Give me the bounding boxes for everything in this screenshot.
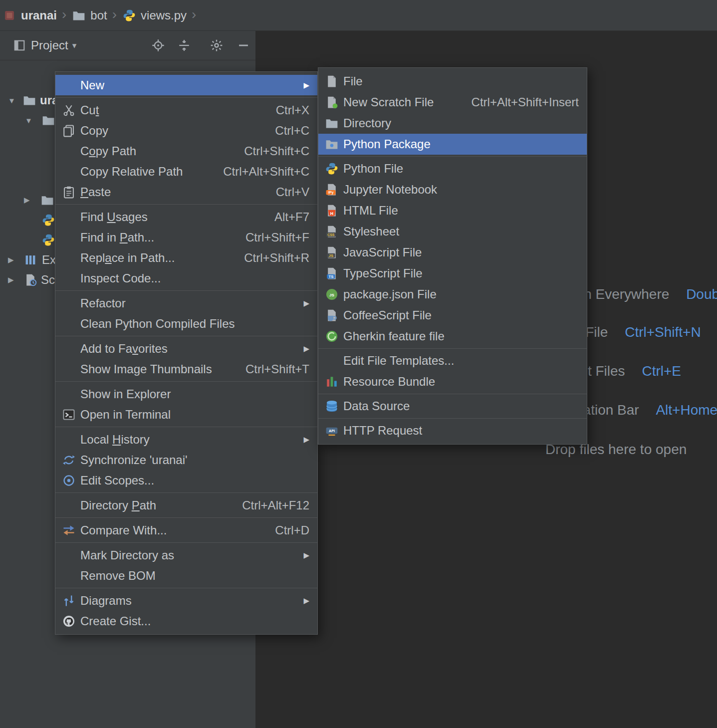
no-icon	[60, 387, 77, 401]
paste-icon	[60, 185, 77, 199]
coffeescript-icon	[323, 308, 340, 322]
file-icon	[323, 74, 340, 88]
submenu-item-edit-file-templates[interactable]: Edit File Templates...	[318, 350, 587, 371]
menu-item-shortcut: Alt+F7	[274, 210, 309, 224]
menu-item-label: Mark Directory as	[80, 548, 296, 562]
submenu-item-python-file[interactable]: Python File	[318, 158, 587, 179]
submenu-arrow-icon: ▶	[300, 551, 309, 560]
folder-icon	[71, 8, 86, 23]
menu-item-replace-in-path[interactable]: Replace in Path...Ctrl+Shift+R	[55, 247, 317, 268]
menu-item-cut[interactable]: CutCtrl+X	[55, 100, 317, 120]
menu-item-remove-bom[interactable]: Remove BOM	[55, 565, 317, 586]
submenu-item-jupyter-notebook[interactable]: IPyJupyter Notebook	[318, 179, 587, 200]
menu-item-refactor[interactable]: Refactor▶	[55, 293, 317, 313]
menu-item-label: New	[80, 78, 296, 92]
submenu-item-new-scratch-file[interactable]: New Scratch FileCtrl+Alt+Shift+Insert	[318, 92, 587, 113]
settings-button[interactable]	[210, 38, 224, 52]
resource-bundle-icon	[323, 375, 340, 389]
menu-item-open-in-terminal[interactable]: Open in Terminal	[55, 404, 317, 425]
menu-item-label: Create Gist...	[80, 614, 309, 628]
menu-item-label: Edit Scopes...	[80, 474, 309, 487]
context-menu: New▶CutCtrl+XCopyCtrl+CCopy PathCtrl+Shi…	[55, 71, 318, 635]
submenu-item-stylesheet[interactable]: CSSStylesheet	[318, 221, 587, 242]
chevron-down-icon[interactable]: ▾	[72, 40, 77, 51]
submenu-item-python-package[interactable]: Python Package	[318, 134, 587, 155]
menu-item-label: Copy	[80, 124, 263, 138]
menu-item-add-to-favorites[interactable]: Add to Favorites▶	[55, 338, 317, 359]
no-icon	[60, 342, 77, 356]
chevron-right-icon[interactable]: ▶	[8, 275, 14, 284]
menu-item-label: Edit File Templates...	[343, 354, 579, 368]
locate-button[interactable]	[151, 38, 165, 52]
menu-item-label: Find Usages	[80, 210, 262, 224]
chevron-right-icon[interactable]: ▶	[24, 196, 30, 205]
menu-item-directory-path[interactable]: Directory PathCtrl+Alt+F12	[55, 495, 317, 515]
menu-separator	[55, 381, 317, 382]
menu-item-new[interactable]: New▶	[55, 75, 317, 95]
chevron-down-icon[interactable]: ▼	[25, 116, 32, 125]
submenu-item-html-file[interactable]: HHTML File	[318, 200, 587, 221]
menu-separator	[318, 394, 587, 394]
menu-item-show-in-explorer[interactable]: Show in Explorer	[55, 384, 317, 404]
menu-item-compare-with[interactable]: Compare With...Ctrl+D	[55, 520, 317, 540]
project-panel-title[interactable]: Project	[31, 38, 68, 52]
menu-item-copy-relative-path[interactable]: Copy Relative PathCtrl+Alt+Shift+C	[55, 161, 317, 182]
menu-separator	[55, 204, 317, 205]
menu-item-label: Open in Terminal	[80, 408, 309, 422]
submenu-arrow-icon: ▶	[300, 435, 309, 444]
menu-item-edit-scopes[interactable]: Edit Scopes...	[55, 470, 317, 490]
submenu-item-data-source[interactable]: Data Source	[318, 396, 587, 417]
hide-panel-button[interactable]	[237, 38, 250, 52]
menu-item-label: Gherkin feature file	[343, 329, 579, 343]
submenu-item-typescript-file[interactable]: TSTypeScript File	[318, 263, 587, 284]
menu-item-create-gist[interactable]: Create Gist...	[55, 611, 317, 631]
ts-icon: TS	[323, 266, 340, 280]
copy-icon	[60, 124, 77, 138]
menu-item-label: Python File	[343, 162, 579, 176]
no-icon	[60, 548, 77, 562]
submenu-item-directory[interactable]: Directory	[318, 113, 587, 134]
menu-item-shortcut: Ctrl+Shift+T	[245, 362, 309, 376]
no-icon	[60, 362, 77, 376]
menu-item-find-usages[interactable]: Find UsagesAlt+F7	[55, 207, 317, 227]
menu-separator	[55, 427, 317, 427]
submenu-item-coffeescript-file[interactable]: CoffeeScript File	[318, 305, 587, 326]
submenu-item-package-json-file[interactable]: JSpackage.json File	[318, 284, 587, 305]
scissors-icon	[60, 103, 77, 117]
chevron-right-icon[interactable]: ▶	[8, 255, 14, 264]
collapse-all-button[interactable]	[177, 38, 191, 52]
breadcrumb-item-uranai[interactable]: uranai	[21, 8, 57, 22]
breadcrumb-item-views-py[interactable]: views.py	[141, 8, 187, 22]
menu-item-copy[interactable]: CopyCtrl+C	[55, 120, 317, 141]
submenu-item-resource-bundle[interactable]: Resource Bundle	[318, 371, 587, 392]
menu-item-inspect-code[interactable]: Inspect Code...	[55, 268, 317, 288]
menu-item-shortcut: Ctrl+Alt+Shift+C	[223, 165, 309, 179]
menu-item-show-image-thumbnails[interactable]: Show Image ThumbnailsCtrl+Shift+T	[55, 359, 317, 379]
menu-item-find-in-path[interactable]: Find in Path...Ctrl+Shift+F	[55, 227, 317, 247]
chevron-down-icon[interactable]: ▼	[8, 96, 15, 105]
menu-item-paste[interactable]: PasteCtrl+V	[55, 182, 317, 202]
folder-icon	[23, 94, 36, 107]
menu-item-local-history[interactable]: Local History▶	[55, 429, 317, 450]
hint-shortcut: Double Shift	[686, 286, 717, 302]
submenu-item-file[interactable]: File	[318, 71, 587, 92]
new-submenu: FileNew Scratch FileCtrl+Alt+Shift+Inser…	[318, 67, 587, 445]
menu-item-clean-python-compiled-files[interactable]: Clean Python Compiled Files	[55, 313, 317, 334]
no-icon	[60, 433, 77, 447]
submenu-item-gherkin-feature-file[interactable]: Gherkin feature file	[318, 326, 587, 347]
menu-item-copy-path[interactable]: Copy PathCtrl+Shift+C	[55, 141, 317, 161]
python-file-icon	[122, 8, 137, 23]
menu-item-mark-directory-as[interactable]: Mark Directory as▶	[55, 545, 317, 565]
menu-item-synchronize-uranai[interactable]: Synchronize 'uranai'	[55, 450, 317, 470]
menu-item-shortcut: Ctrl+X	[276, 103, 309, 117]
menu-item-label: New Scratch File	[343, 95, 460, 109]
project-panel-header: Project ▾	[0, 31, 255, 60]
submenu-item-javascript-file[interactable]: JSJavaScript File	[318, 242, 587, 263]
python-file-icon	[42, 234, 55, 246]
submenu-item-http-request[interactable]: APIHTTP Request	[318, 420, 587, 441]
menu-item-shortcut: Ctrl+D	[275, 523, 309, 537]
github-icon	[60, 614, 77, 628]
breadcrumb-item-bot[interactable]: bot	[90, 8, 107, 22]
project-tab-icon	[13, 39, 26, 52]
menu-item-diagrams[interactable]: Diagrams▶	[55, 590, 317, 611]
